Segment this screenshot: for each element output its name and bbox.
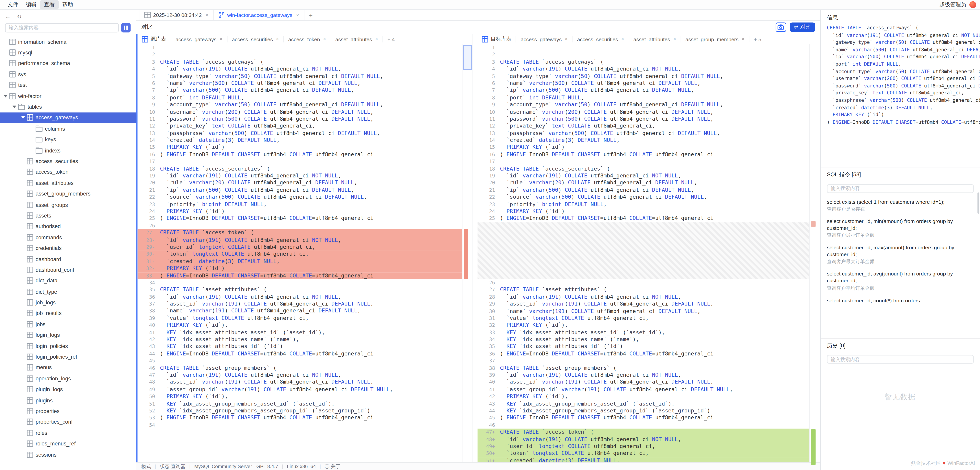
tree-item-sys[interactable]: sys: [0, 69, 135, 79]
tree-item-access_token[interactable]: access_token: [0, 167, 135, 178]
tree-item-columns[interactable]: columns: [0, 123, 135, 134]
code-line[interactable]: 13 `passphrase` varchar(500) COLLATE utf…: [138, 130, 462, 137]
code-line[interactable]: 34 KEY `idx_asset_attributes_name` (`nam…: [477, 336, 809, 343]
code-line[interactable]: 24 PRIMARY KEY (`id`): [477, 208, 809, 215]
history-search-input[interactable]: [827, 355, 974, 364]
close-icon[interactable]: ×: [276, 36, 279, 42]
pane-tab-access_token[interactable]: access_token×: [284, 36, 331, 42]
code-line[interactable]: 34: [138, 279, 462, 286]
source-overview-ruler[interactable]: [462, 44, 473, 462]
document-tab[interactable]: win-factor.access_gateways×: [214, 10, 305, 20]
code-line[interactable]: 3CREATE TABLE `access_gateways` (: [477, 59, 809, 66]
code-line[interactable]: 43 KEY `idx_asset_attributes_id` (`id`): [138, 343, 462, 350]
code-line[interactable]: 37 `asset_id` varchar(191) COLLATE utf8m…: [138, 301, 462, 308]
code-line[interactable]: 2: [138, 51, 462, 59]
code-line[interactable]: 3CREATE TABLE `access_gateways` (: [138, 59, 462, 66]
close-icon[interactable]: ×: [741, 36, 745, 42]
code-line[interactable]: 5 `gateway_type` varchar(50) COLLATE utf…: [138, 73, 462, 80]
pane-tab-asset_attributes[interactable]: asset_attributes×: [331, 36, 383, 42]
code-line[interactable]: 19 `id` varchar(191) COLLATE utf8mb4_gen…: [477, 173, 809, 179]
code-line[interactable]: 10 `username` varchar(200) COLLATE utf8m…: [477, 108, 809, 116]
tree-item-credentials[interactable]: credentials: [0, 243, 135, 254]
code-line[interactable]: 9 `account_type` varchar(50) COLLATE utf…: [477, 102, 809, 108]
code-line[interactable]: 41 `asset_group_id` varchar(191) COLLATE…: [477, 386, 809, 393]
code-line[interactable]: 16) ENGINE=InnoDB DEFAULT CHARSET=utf8mb…: [138, 151, 462, 158]
diff-marker-added[interactable]: [811, 429, 816, 465]
code-line[interactable]: 47 `id` varchar(191) COLLATE utf8mb4_gen…: [138, 372, 462, 379]
back-icon[interactable]: ←: [5, 13, 11, 20]
code-line[interactable]: 15 PRIMARY KEY (`id`): [477, 144, 809, 151]
code-line[interactable]: 42 KEY `idx_asset_attributes_name` (`nam…: [138, 336, 462, 343]
code-line[interactable]: 11 `password` varchar(500) COLLATE utf8m…: [477, 116, 809, 122]
close-icon[interactable]: ×: [296, 12, 299, 18]
code-line[interactable]: 21 `ip` varchar(500) COLLATE utf8mb4_gen…: [138, 187, 462, 194]
tree-item-assets[interactable]: assets: [0, 210, 135, 221]
code-line[interactable]: 28- `id` varchar(191) COLLATE utf8mb4_ge…: [138, 237, 462, 244]
pane-tab-asset_attributes[interactable]: asset_attributes×: [629, 36, 681, 42]
pane-tab-access_gateways[interactable]: access_gateways×: [516, 36, 573, 42]
close-icon[interactable]: ×: [323, 36, 326, 42]
add-tab-button[interactable]: +: [305, 10, 317, 20]
code-line[interactable]: 42 PRIMARY KEY (`id`),: [477, 393, 809, 400]
tree-item-roles[interactable]: roles: [0, 427, 135, 438]
code-line[interactable]: 23 `priority` bigint DEFAULT NULL,: [138, 201, 462, 208]
code-line[interactable]: 49 `asset_group_id` varchar(191) COLLATE…: [138, 386, 462, 393]
tree-item-tables[interactable]: tables: [0, 102, 135, 112]
code-line[interactable]: 10 `username` varchar(200) COLLATE utf8m…: [138, 108, 462, 116]
code-line[interactable]: 38 `name` varchar(191) COLLATE utf8mb4_g…: [138, 308, 462, 315]
code-line[interactable]: 21 `ip` varchar(500) COLLATE utf8mb4_gen…: [477, 187, 809, 194]
code-line[interactable]: 17: [138, 158, 462, 165]
code-line[interactable]: 36 `id` varchar(191) COLLATE utf8mb4_gen…: [138, 293, 462, 300]
code-line[interactable]: 30 `name` varchar(191) COLLATE utf8mb4_g…: [477, 308, 809, 315]
refresh-icon[interactable]: ↻: [17, 13, 22, 20]
code-line[interactable]: 32 PRIMARY KEY (`id`),: [477, 322, 809, 329]
tree-item-sessions[interactable]: sessions: [0, 449, 135, 460]
diff-marker-gap[interactable]: [811, 221, 816, 227]
user-label[interactable]: 超级管理员: [939, 1, 966, 8]
pane-tab-asset_group_members[interactable]: asset_group_members×: [681, 36, 749, 42]
menu-file[interactable]: 文件: [4, 0, 22, 10]
code-line[interactable]: 33-) ENGINE=InnoDB DEFAULT CHARSET=utf8m…: [138, 272, 462, 279]
status-item[interactable]: 模式: [141, 463, 151, 470]
pane-tab-access_gateways[interactable]: access_gateways×: [171, 36, 228, 42]
code-line[interactable]: 33 KEY `idx_asset_attributes_asset_id` (…: [477, 329, 809, 336]
code-line[interactable]: 22 `source` varchar(500) COLLATE utf8mb4…: [477, 194, 809, 201]
menu-view[interactable]: 查看: [40, 0, 59, 10]
tree-item-properties[interactable]: properties: [0, 406, 135, 416]
diff-marker-removed[interactable]: [464, 229, 468, 279]
code-line[interactable]: 19 `id` varchar(191) COLLATE utf8mb4_gen…: [138, 173, 462, 179]
tree-item-dict_data[interactable]: dict_data: [0, 275, 135, 286]
code-line[interactable]: 23 `priority` bigint DEFAULT NULL,: [477, 201, 809, 208]
status-item[interactable]: MySQL Community Server - GPL 8.4.7: [194, 464, 278, 469]
code-line[interactable]: 7 `ip` varchar(500) COLLATE utf8mb4_gene…: [477, 87, 809, 94]
tree-item-performance_schema[interactable]: performance_schema: [0, 58, 135, 69]
code-line[interactable]: 48 `asset_id` varchar(191) COLLATE utf8m…: [138, 379, 462, 386]
tree-item-asset_attributes[interactable]: asset_attributes: [0, 178, 135, 188]
tree-item-login_policies[interactable]: login_policies: [0, 340, 135, 351]
compare-button[interactable]: ⇄ 对比: [790, 22, 815, 32]
code-line[interactable]: 20 `rule` varchar(20) COLLATE utf8mb4_ge…: [138, 179, 462, 187]
code-line[interactable]: 4 `id` varchar(191) COLLATE utf8mb4_gene…: [138, 66, 462, 73]
code-line[interactable]: 45) ENGINE=InnoDB DEFAULT CHARSET=utf8mb…: [477, 414, 809, 421]
code-line[interactable]: 53) ENGINE=InnoDB DEFAULT CHARSET=utf8mb…: [138, 414, 462, 421]
code-line[interactable]: 18CREATE TABLE `access_securities` (: [138, 165, 462, 173]
footer-brand-label[interactable]: WinFactorAI: [948, 460, 975, 466]
target-editor[interactable]: 123CREATE TABLE `access_gateways` (4 `id…: [477, 44, 809, 462]
tree-item-access_gateways[interactable]: access_gateways: [0, 113, 135, 123]
target-overview-ruler[interactable]: [810, 44, 820, 462]
code-line[interactable]: 31 `value` longtext COLLATE utf8mb4_gene…: [477, 315, 809, 322]
code-line[interactable]: 17: [477, 158, 809, 165]
code-line[interactable]: 27-CREATE TABLE `access_token` (: [138, 229, 462, 237]
code-line[interactable]: 29 `asset_id` varchar(191) COLLATE utf8m…: [477, 301, 809, 308]
code-line[interactable]: 15 PRIMARY KEY (`id`): [138, 144, 462, 151]
menu-edit[interactable]: 编辑: [22, 0, 40, 10]
code-line[interactable]: 8 `port` int DEFAULT NULL,: [477, 94, 809, 101]
chevron-down-icon[interactable]: [13, 105, 16, 108]
code-line[interactable]: 52 KEY `idx_asset_group_members_asset_gr…: [138, 407, 462, 414]
sql-command-item[interactable]: select customer_id, min(amount) from ord…: [821, 215, 980, 241]
code-line[interactable]: 8 `port` int DEFAULT NULL,: [138, 94, 462, 101]
document-tab[interactable]: 2025-12-30 08:34:42×: [139, 10, 214, 20]
sql-command-item[interactable]: select customer_id, avg(amount) from ord…: [821, 268, 980, 294]
status-item[interactable]: Linux x86_64: [287, 464, 316, 469]
code-line[interactable]: 45: [138, 357, 462, 365]
